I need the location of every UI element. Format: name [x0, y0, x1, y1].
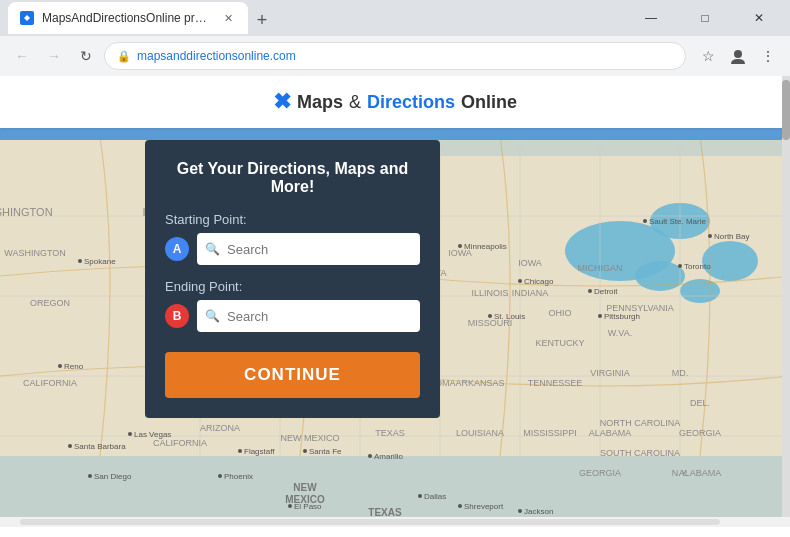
svg-text:Reno: Reno	[64, 362, 84, 371]
continue-button[interactable]: CONTINUE	[165, 352, 420, 398]
ending-point-input[interactable]	[197, 300, 420, 332]
svg-point-95	[708, 234, 712, 238]
svg-point-61	[598, 314, 602, 318]
svg-text:TEXAS: TEXAS	[375, 428, 405, 438]
svg-text:INDIANA: INDIANA	[512, 288, 549, 298]
tab-title: MapsAndDirectionsOnline provi...	[42, 11, 212, 25]
title-bar: MapsAndDirectionsOnline provi... ✕ + — □…	[0, 0, 790, 36]
svg-text:ILLINOIS: ILLINOIS	[471, 288, 508, 298]
svg-text:GEORGIA: GEORGIA	[679, 428, 721, 438]
svg-point-57	[488, 314, 492, 318]
waypoint-b-badge: B	[165, 304, 189, 328]
waypoint-a-badge: A	[165, 237, 189, 261]
svg-text:Flagstaff: Flagstaff	[244, 447, 275, 456]
svg-text:Santa Fe: Santa Fe	[309, 447, 342, 456]
svg-point-0	[734, 50, 742, 58]
svg-text:Amarillo: Amarillo	[374, 452, 403, 461]
directions-card: Get Your Directions, Maps and More! Star…	[145, 140, 440, 418]
svg-text:TEXAS: TEXAS	[368, 507, 402, 517]
svg-text:Detroit: Detroit	[594, 287, 618, 296]
address-bar[interactable]: 🔒 mapsanddirectionsonline.com	[104, 42, 686, 70]
ending-point-input-wrap: 🔍	[197, 300, 420, 332]
svg-point-73	[128, 432, 132, 436]
svg-text:Pittsburgh: Pittsburgh	[604, 312, 640, 321]
back-button[interactable]: ←	[8, 42, 36, 70]
logo-amp: &	[349, 92, 361, 113]
svg-text:MICHIGAN: MICHIGAN	[578, 263, 623, 273]
svg-point-55	[518, 279, 522, 283]
starting-point-row: A 🔍	[165, 233, 420, 265]
scrollbar[interactable]	[782, 76, 790, 517]
svg-text:DEL.: DEL.	[690, 398, 710, 408]
forward-button[interactable]: →	[40, 42, 68, 70]
svg-text:NORTH CAROLINA: NORTH CAROLINA	[600, 418, 680, 428]
site-logo: ✖ Maps & Directions Online	[273, 89, 517, 115]
svg-text:Las Vegas: Las Vegas	[134, 430, 171, 439]
account-icon[interactable]	[724, 42, 752, 70]
svg-text:OREGON: OREGON	[30, 298, 70, 308]
svg-text:Santa Barbara: Santa Barbara	[74, 442, 126, 451]
svg-text:W.VA.: W.VA.	[608, 328, 632, 338]
svg-text:LOUISIANA: LOUISIANA	[456, 428, 504, 438]
svg-text:St. Louis: St. Louis	[494, 312, 525, 321]
svg-text:VIRGINIA: VIRGINIA	[590, 368, 630, 378]
svg-text:IOWA: IOWA	[518, 258, 542, 268]
svg-text:Shreveport: Shreveport	[464, 502, 504, 511]
tab-favicon	[20, 11, 34, 25]
svg-text:NEW: NEW	[293, 482, 317, 493]
ending-point-label: Ending Point:	[165, 279, 420, 294]
maximize-button[interactable]: □	[682, 0, 728, 36]
svg-text:ALABAMA: ALABAMA	[589, 428, 632, 438]
svg-point-83	[303, 449, 307, 453]
tab-area: MapsAndDirectionsOnline provi... ✕ +	[8, 2, 624, 34]
ending-point-row: B 🔍	[165, 300, 420, 332]
active-tab[interactable]: MapsAndDirectionsOnline provi... ✕	[8, 2, 248, 34]
minimize-button[interactable]: —	[628, 0, 674, 36]
svg-point-79	[218, 474, 222, 478]
page-content: WASHINGTON OREGON CALIFORNIA NEVADA NEVA…	[0, 76, 790, 517]
svg-text:WASHINGTON: WASHINGTON	[4, 248, 66, 258]
svg-point-69	[78, 259, 82, 263]
bottom-scrollbar[interactable]	[0, 517, 790, 527]
new-tab-button[interactable]: +	[248, 6, 276, 34]
svg-point-77	[68, 444, 72, 448]
svg-text:WASHINGTON: WASHINGTON	[0, 206, 53, 218]
svg-text:Chicago: Chicago	[524, 277, 554, 286]
starting-point-input[interactable]	[197, 233, 420, 265]
svg-text:San Diego: San Diego	[94, 472, 132, 481]
site-header: ✖ Maps & Directions Online	[0, 76, 790, 128]
tab-close-button[interactable]: ✕	[220, 10, 236, 26]
card-title: Get Your Directions, Maps and More!	[165, 160, 420, 196]
svg-point-85	[368, 454, 372, 458]
address-bar-row: ← → ↻ 🔒 mapsanddirectionsonline.com ☆ ⋮	[0, 36, 790, 76]
svg-text:MD.: MD.	[672, 368, 689, 378]
menu-icon[interactable]: ⋮	[754, 42, 782, 70]
lock-icon: 🔒	[117, 50, 131, 63]
svg-point-93	[518, 509, 522, 513]
svg-text:GEORGIA: GEORGIA	[579, 468, 621, 478]
scrollbar-thumb[interactable]	[782, 80, 790, 140]
logo-online: Online	[461, 92, 517, 113]
starting-point-label: Starting Point:	[165, 212, 420, 227]
bookmark-icon[interactable]: ☆	[694, 42, 722, 70]
svg-text:Minneapolis: Minneapolis	[464, 242, 507, 251]
logo-maps: Maps	[297, 92, 343, 113]
svg-text:ARIZONA: ARIZONA	[200, 423, 240, 433]
svg-text:N.Y.: N.Y.	[672, 468, 688, 478]
svg-point-63	[588, 289, 592, 293]
svg-point-91	[458, 504, 462, 508]
svg-text:CALIFORNIA: CALIFORNIA	[23, 378, 77, 388]
svg-text:Phoenix: Phoenix	[224, 472, 253, 481]
svg-text:Sault Ste. Marie: Sault Ste. Marie	[649, 217, 706, 226]
blue-band	[0, 128, 790, 140]
svg-point-65	[678, 264, 682, 268]
bottom-scrollbar-thumb[interactable]	[20, 519, 720, 525]
svg-point-59	[458, 244, 462, 248]
address-text: mapsanddirectionsonline.com	[137, 49, 673, 63]
svg-text:Toronto: Toronto	[684, 262, 711, 271]
window-controls: — □ ✕	[628, 0, 782, 36]
svg-text:OHIO: OHIO	[548, 308, 571, 318]
reload-button[interactable]: ↻	[72, 42, 100, 70]
svg-text:CALIFORNIA: CALIFORNIA	[153, 438, 207, 448]
close-button[interactable]: ✕	[736, 0, 782, 36]
